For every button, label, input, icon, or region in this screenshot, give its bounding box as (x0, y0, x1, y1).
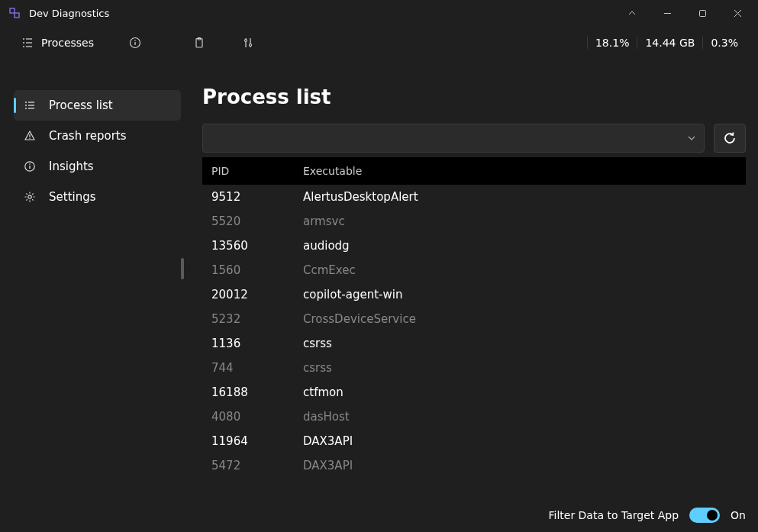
window-controls (614, 0, 755, 26)
maximize-button[interactable] (685, 0, 720, 26)
table-row[interactable]: 20012copilot-agent-win (202, 282, 746, 307)
processes-label: Processes (41, 37, 94, 49)
info-button[interactable] (118, 29, 152, 56)
cell-exe: dasHost (303, 410, 737, 424)
table-header: PID Executable (202, 157, 746, 185)
table-row[interactable]: 5520armsvc (202, 209, 746, 234)
table-row[interactable]: 9512AlertusDesktopAlert (202, 185, 746, 209)
cell-exe: DAX3API (303, 459, 737, 472)
cell-pid: 5472 (211, 459, 303, 472)
app-icon (8, 6, 21, 20)
svg-point-28 (29, 163, 31, 165)
svg-point-18 (250, 44, 252, 47)
stat-other: 0.3% (702, 37, 746, 49)
search-input[interactable] (211, 132, 687, 144)
cell-exe: CcmExec (303, 263, 737, 277)
minimize-button[interactable] (650, 0, 685, 26)
table-row[interactable]: 744csrss (202, 356, 746, 380)
table-body[interactable]: 9512AlertusDesktopAlert5520armsvc13560au… (202, 185, 746, 532)
cell-exe: armsvc (303, 214, 737, 228)
table-row[interactable]: 13560audiodg (202, 234, 746, 258)
stats-panel: 18.1% 14.44 GB 0.3% (587, 37, 746, 49)
processes-tab[interactable]: Processes (12, 29, 103, 56)
warning-icon (23, 129, 37, 143)
cell-exe: csrss (303, 361, 737, 375)
sidebar-item-settings[interactable]: Settings (14, 182, 181, 212)
svg-point-21 (25, 105, 27, 106)
sidebar-item-label: Settings (49, 190, 96, 204)
tools-button[interactable] (231, 29, 265, 56)
stat-cpu: 18.1% (587, 37, 637, 49)
cell-pid: 5520 (211, 214, 303, 228)
cell-exe: CrossDeviceService (303, 312, 737, 326)
cell-exe: csrss (303, 337, 737, 350)
cell-pid: 9512 (211, 190, 303, 204)
toolbar: Processes 18.1% 14.44 GB 0.3% (0, 26, 758, 60)
chevron-down-icon[interactable] (687, 134, 696, 143)
sidebar-item-label: Process list (49, 98, 113, 112)
svg-point-26 (29, 138, 30, 139)
clipboard-button[interactable] (182, 29, 216, 56)
titlebar: Dev Diagnostics (0, 0, 758, 26)
filter-toggle[interactable] (689, 508, 720, 523)
cell-pid: 13560 (211, 239, 303, 253)
gear-icon (23, 190, 37, 204)
column-pid[interactable]: PID (211, 165, 303, 177)
svg-point-19 (25, 102, 27, 103)
sidebar-item-crash-reports[interactable]: Crash reports (14, 121, 181, 151)
caret-button[interactable] (614, 0, 650, 26)
cell-pid: 16188 (211, 385, 303, 399)
svg-rect-1 (699, 10, 705, 16)
table-row[interactable]: 16188ctfmon (202, 380, 746, 405)
divider-handle[interactable] (181, 258, 184, 279)
svg-point-23 (25, 108, 27, 109)
cell-exe: ctfmon (303, 385, 737, 399)
cell-pid: 744 (211, 361, 303, 375)
cell-exe: audiodg (303, 239, 737, 253)
list-icon (23, 98, 37, 112)
sidebar: Process list Crash reports Insights Sett… (0, 60, 189, 532)
footer-bar: Filter Data to Target App On (548, 508, 746, 523)
cell-pid: 4080 (211, 410, 303, 424)
search-box[interactable] (202, 124, 705, 153)
main-content: Process list PID Executable 9512AlertusD… (189, 60, 758, 532)
cell-pid: 11964 (211, 434, 303, 448)
stat-memory: 14.44 GB (637, 37, 702, 49)
svg-point-16 (245, 40, 247, 42)
svg-point-30 (28, 195, 31, 198)
window-title: Dev Diagnostics (29, 8, 109, 19)
cell-pid: 20012 (211, 288, 303, 301)
cell-exe: copilot-agent-win (303, 288, 737, 301)
table-row[interactable]: 4080dasHost (202, 405, 746, 429)
table-row[interactable]: 5232CrossDeviceService (202, 307, 746, 331)
cell-pid: 1560 (211, 263, 303, 277)
sidebar-item-process-list[interactable]: Process list (14, 90, 181, 121)
toggle-state: On (731, 509, 746, 521)
table-row[interactable]: 1560CcmExec (202, 258, 746, 282)
table-row[interactable]: 5472DAX3API (202, 453, 746, 478)
list-icon (21, 37, 34, 49)
svg-point-11 (134, 40, 136, 41)
cell-exe: AlertusDesktopAlert (303, 190, 737, 204)
sidebar-item-insights[interactable]: Insights (14, 151, 181, 182)
sidebar-item-label: Insights (49, 160, 94, 173)
table-row[interactable]: 11964DAX3API (202, 429, 746, 453)
column-exe[interactable]: Executable (303, 165, 737, 177)
cell-exe: DAX3API (303, 434, 737, 448)
info-icon (23, 160, 37, 173)
refresh-button[interactable] (714, 124, 746, 153)
table-row[interactable]: 1136csrss (202, 331, 746, 356)
filter-label: Filter Data to Target App (548, 509, 679, 521)
close-button[interactable] (720, 0, 755, 26)
cell-pid: 1136 (211, 337, 303, 350)
page-title: Process list (202, 85, 746, 108)
cell-pid: 5232 (211, 312, 303, 326)
sidebar-item-label: Crash reports (49, 129, 127, 143)
